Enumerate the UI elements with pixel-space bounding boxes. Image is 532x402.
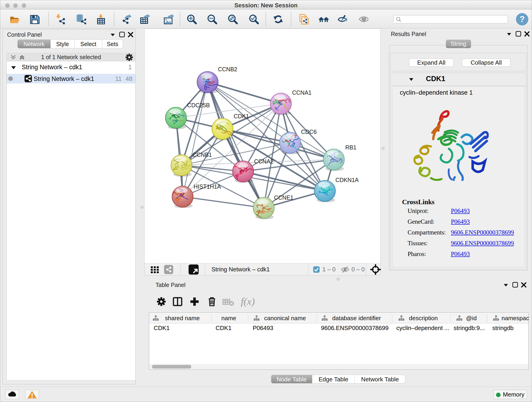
- svg-text:CCNA2: CCNA2: [254, 158, 273, 165]
- svg-text:CCNE1: CCNE1: [274, 194, 293, 201]
- svg-text:?: ?: [520, 14, 525, 24]
- svg-text:RB1: RB1: [345, 144, 356, 151]
- svg-text:CDK1: CDK1: [234, 113, 249, 119]
- svg-text:CCNB2: CCNB2: [218, 66, 237, 72]
- svg-text:CDC25B: CDC25B: [187, 102, 210, 108]
- svg-text:CCNB1: CCNB1: [192, 152, 212, 158]
- svg-text:CDC6: CDC6: [301, 128, 317, 135]
- svg-text:CCNA1: CCNA1: [292, 89, 312, 96]
- svg-text:CDKN1A: CDKN1A: [336, 177, 359, 183]
- svg-text:HIST1H1A: HIST1H1A: [194, 183, 221, 190]
